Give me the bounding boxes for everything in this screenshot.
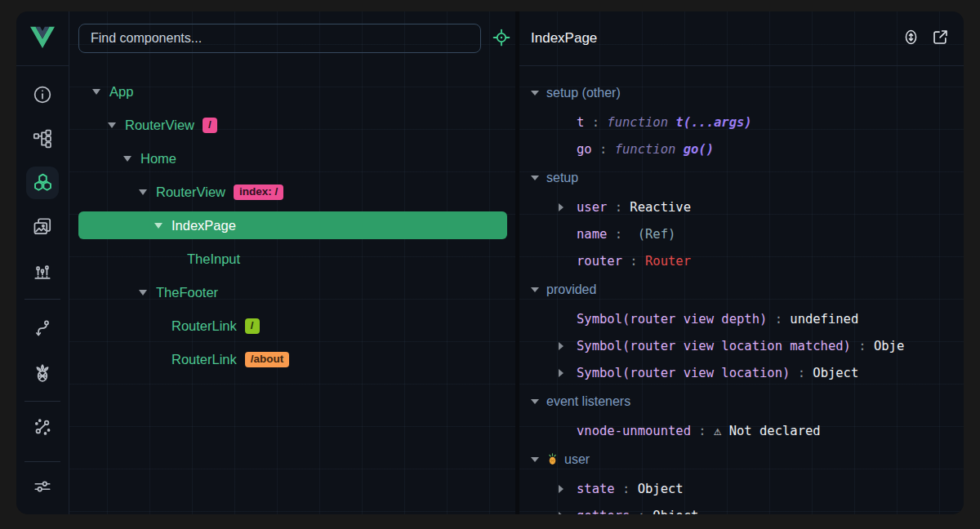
caret-down-icon[interactable]: [531, 396, 546, 407]
sidebar-item-pages[interactable]: [26, 211, 59, 243]
search-input[interactable]: [78, 24, 481, 53]
state-row-name: name : (Ref): [531, 220, 964, 247]
open-in-editor-icon: [931, 28, 950, 49]
inspector-panel: IndexPage setup (other)t : function t(..…: [519, 11, 964, 514]
open-in-editor-button[interactable]: [928, 26, 952, 51]
tree-item-routerview[interactable]: RouterViewindex: /: [69, 176, 515, 209]
tree-item-app[interactable]: App: [69, 75, 515, 109]
caret-placeholder: [559, 426, 577, 436]
caret-down-icon[interactable]: [531, 172, 546, 184]
component-tree: AppRouterView/HomeRouterViewindex: /Inde…: [69, 65, 515, 376]
caret-right-icon[interactable]: [559, 202, 577, 212]
key-value-separator: :: [584, 115, 607, 130]
tree-item-label: RouterLink: [172, 318, 237, 334]
state-key: router: [577, 254, 622, 269]
pinia-icon: [32, 362, 53, 384]
key-value-separator: :: [630, 509, 653, 515]
devtools-window: AppRouterView/HomeRouterViewindex: /Inde…: [16, 11, 964, 514]
section-label: provided: [546, 282, 596, 297]
section-header-user[interactable]: user: [531, 444, 964, 475]
caret-placeholder: [559, 314, 577, 324]
state-key: vnode-unmounted: [577, 424, 691, 438]
state-value: (Ref): [630, 227, 675, 242]
key-value-separator: :: [691, 424, 714, 438]
sidebar-divider: [24, 461, 60, 462]
state-row-state[interactable]: state : Object: [531, 475, 964, 502]
tree-item-routerview[interactable]: RouterView/: [69, 109, 515, 142]
caret-down-icon[interactable]: [139, 287, 156, 299]
caret-down-icon[interactable]: [108, 120, 125, 131]
scroll-to-component-button[interactable]: [898, 26, 923, 51]
tree-item-theinput[interactable]: TheInput: [69, 242, 515, 276]
state-row-getters[interactable]: getters : Object: [531, 502, 964, 514]
state-row-router: router : Router: [531, 247, 964, 274]
state-row-user[interactable]: user : Reactive: [531, 193, 964, 220]
vue-logo: [16, 11, 69, 66]
route-badge: /: [203, 118, 217, 133]
caret-placeholder: [154, 321, 172, 332]
sidebar-item-info[interactable]: [26, 78, 59, 111]
caret-placeholder: [559, 118, 577, 127]
component-picker-button[interactable]: [488, 24, 515, 52]
sidebar-item-pinia[interactable]: [26, 357, 59, 389]
caret-down-icon[interactable]: [123, 153, 140, 165]
sidebar-item-settings[interactable]: [26, 470, 59, 503]
tree-item-routerlink[interactable]: RouterLink/: [69, 309, 515, 343]
tree-item-home[interactable]: Home: [69, 142, 515, 176]
tree-item-indexpage[interactable]: IndexPage: [69, 209, 515, 242]
caret-placeholder: [559, 256, 577, 266]
caret-right-icon[interactable]: [559, 368, 577, 378]
sidebar-item-graph[interactable]: [26, 411, 59, 443]
sidebar-item-router[interactable]: [26, 313, 59, 345]
key-value-separator: :: [615, 482, 638, 496]
state-key: Symbol(router view location): [577, 366, 790, 380]
sidebar-item-components[interactable]: [26, 167, 59, 199]
caret-placeholder: [559, 144, 577, 154]
caret-down-icon[interactable]: [531, 87, 546, 99]
section-header-setup[interactable]: setup: [531, 162, 964, 193]
settings-icon: [32, 476, 53, 497]
section-label: event listeners: [546, 394, 630, 409]
sidebar-nav: [16, 66, 69, 514]
tree-item-thefooter[interactable]: TheFooter: [69, 276, 515, 309]
state-value: Object: [813, 366, 858, 380]
caret-down-icon[interactable]: [531, 284, 546, 296]
state-key: name: [577, 227, 607, 242]
key-value-separator: :: [851, 339, 874, 353]
section-header-event-listeners[interactable]: event listeners: [531, 386, 964, 417]
tree-item-routerlink[interactable]: RouterLink/about: [69, 343, 515, 376]
sidebar-item-timeline[interactable]: [26, 255, 59, 287]
state-value: undefined: [790, 312, 858, 327]
tree-item-label: RouterView: [156, 184, 225, 200]
sidebar: [16, 11, 69, 514]
tree-item-label: RouterView: [125, 118, 194, 133]
state-value: Not declared: [729, 424, 821, 438]
section-header-provided[interactable]: provided: [531, 274, 964, 305]
router-icon: [32, 318, 53, 340]
caret-down-icon[interactable]: [531, 454, 546, 465]
caret-right-icon[interactable]: [559, 511, 577, 515]
tree-item-label: TheFooter: [156, 285, 218, 300]
state-row-t: t : function t(...args): [531, 109, 964, 136]
state-row-symbol-router-view-location-[interactable]: Symbol(router view location) : Object: [531, 359, 964, 386]
state-value: ⚠: [714, 424, 729, 438]
state-row-symbol-router-view-depth-: Symbol(router view depth) : undefined: [531, 305, 964, 332]
scroll-to-component-icon: [902, 28, 920, 49]
caret-right-icon[interactable]: [559, 484, 577, 494]
route-badge: /about: [245, 352, 290, 367]
caret-placeholder: [559, 229, 577, 239]
state-value: function: [607, 115, 675, 130]
state-key: Symbol(router view location matched): [577, 339, 851, 353]
component-picker-icon: [492, 28, 511, 50]
section-header-setup-other-[interactable]: setup (other): [531, 78, 964, 109]
state-row-symbol-router-view-location-matched-[interactable]: Symbol(router view location matched) : O…: [531, 332, 964, 359]
caret-right-icon[interactable]: [559, 341, 577, 351]
caret-down-icon[interactable]: [92, 87, 109, 98]
state-key: user: [577, 200, 607, 215]
caret-down-icon[interactable]: [154, 220, 172, 232]
key-value-separator: :: [607, 227, 630, 242]
tree-item-label: Home: [140, 151, 176, 167]
sidebar-item-component-tree[interactable]: [26, 122, 59, 155]
state-value: Object: [653, 509, 698, 515]
caret-down-icon[interactable]: [139, 187, 156, 198]
